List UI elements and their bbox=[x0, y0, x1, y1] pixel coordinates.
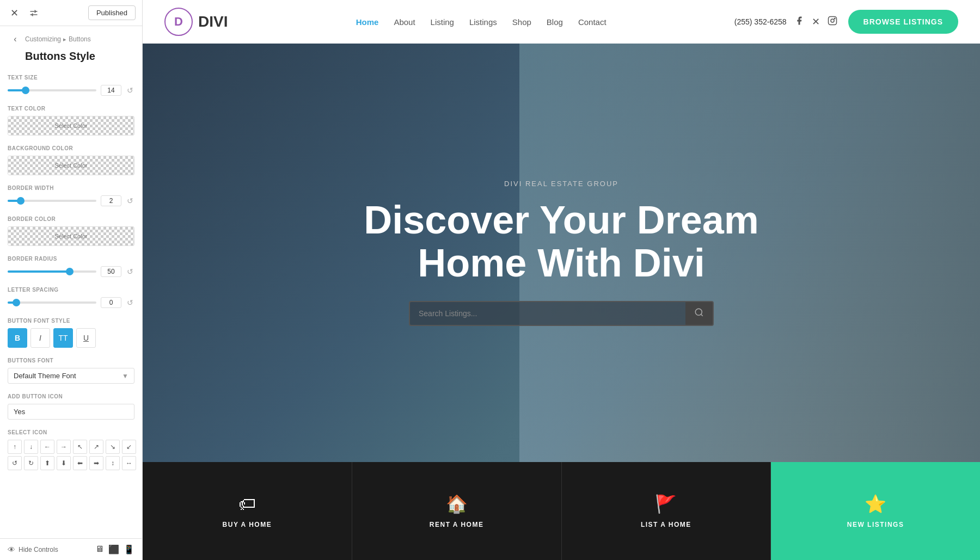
text-size-reset[interactable]: ↺ bbox=[126, 85, 134, 96]
icon-cell[interactable]: ↘ bbox=[106, 440, 120, 454]
bg-color-placeholder: Select Color bbox=[55, 162, 88, 169]
letter-spacing-input[interactable]: 0 bbox=[101, 297, 121, 308]
svg-point-3 bbox=[695, 309, 702, 315]
font-style-label: BUTTON FONT STYLE bbox=[8, 318, 134, 324]
published-button[interactable]: Published bbox=[88, 5, 136, 20]
border-width-group: BORDER WIDTH 2 ↺ bbox=[8, 185, 134, 206]
hero-search-input[interactable] bbox=[410, 302, 685, 325]
add-button-icon-input[interactable] bbox=[8, 404, 134, 420]
left-panel: ✕ Published ‹ Customizing ▸ Buttons Butt… bbox=[0, 0, 143, 560]
border-color-swatch[interactable]: Select Color bbox=[8, 227, 134, 245]
select-icon-group: SELECT ICON ↑ ↓ ← → ↖ ↗ ↘ ↙ ↺ ↻ ⬆ ⬇ ⬅ ➡ … bbox=[8, 429, 134, 470]
swap-button[interactable] bbox=[26, 5, 41, 21]
border-radius-slider[interactable] bbox=[8, 270, 96, 273]
top-bar: ✕ Published bbox=[0, 0, 142, 26]
border-radius-group: BORDER RADIUS 50 ↺ bbox=[8, 256, 134, 277]
border-width-label: BORDER WIDTH bbox=[8, 185, 134, 191]
rent-home-card[interactable]: 🏠 RENT A HOME bbox=[352, 462, 562, 560]
icon-cell[interactable]: ↑ bbox=[8, 440, 22, 454]
list-home-card[interactable]: 🚩 LIST A HOME bbox=[562, 462, 771, 560]
buy-home-card[interactable]: 🏷 BUY A HOME bbox=[143, 462, 352, 560]
border-width-slider[interactable] bbox=[8, 200, 96, 202]
buy-home-icon: 🏷 bbox=[238, 494, 256, 514]
nav-listing[interactable]: Listing bbox=[431, 17, 454, 27]
underline-button[interactable]: U bbox=[76, 328, 96, 348]
nav-about[interactable]: About bbox=[394, 17, 415, 27]
letter-spacing-slider[interactable] bbox=[8, 301, 96, 304]
letter-spacing-row: 0 ↺ bbox=[8, 297, 134, 308]
hero-title: Discover Your Dream Home With Divi bbox=[316, 199, 806, 285]
tablet-icon[interactable]: ⬛ bbox=[108, 544, 119, 555]
rent-home-label: RENT A HOME bbox=[430, 521, 484, 528]
hide-controls-label: Hide Controls bbox=[19, 546, 58, 553]
hero-search bbox=[409, 301, 714, 326]
browse-listings-button[interactable]: BROWSE LISTINGS bbox=[848, 10, 958, 34]
border-width-reset[interactable]: ↺ bbox=[126, 195, 134, 206]
icon-cell[interactable]: ⬇ bbox=[57, 456, 71, 470]
twitter-icon[interactable]: ✕ bbox=[812, 16, 820, 28]
breadcrumb-parent[interactable]: Customizing bbox=[25, 35, 61, 43]
icon-cell[interactable]: ⬆ bbox=[40, 456, 54, 470]
letter-spacing-reset[interactable]: ↺ bbox=[126, 297, 134, 308]
icon-cell[interactable]: ↓ bbox=[24, 440, 38, 454]
text-color-picker[interactable]: Select Color bbox=[8, 116, 134, 136]
icon-cell[interactable]: ↖ bbox=[73, 440, 87, 454]
rent-home-icon: 🏠 bbox=[446, 494, 468, 514]
icon-cell[interactable]: ↔ bbox=[122, 456, 136, 470]
icon-cell[interactable]: ↺ bbox=[8, 456, 22, 470]
hide-controls-button[interactable]: 👁 Hide Controls bbox=[8, 545, 58, 554]
nav-blog[interactable]: Blog bbox=[547, 17, 563, 27]
dropdown-arrow-icon: ▼ bbox=[122, 372, 128, 380]
border-radius-reset[interactable]: ↺ bbox=[126, 266, 134, 277]
hero-section: DIVI REAL ESTATE GROUP Discover Your Dre… bbox=[143, 44, 980, 462]
list-home-label: LIST A HOME bbox=[641, 521, 691, 528]
bg-color-swatch[interactable]: Select Color bbox=[8, 156, 134, 175]
new-listings-card[interactable]: ⭐ NEW LISTINGS bbox=[771, 462, 980, 560]
text-color-group: TEXT COLOR Select Color bbox=[8, 106, 134, 136]
buttons-font-dropdown[interactable]: Default Theme Font ▼ bbox=[8, 368, 134, 384]
facebook-icon[interactable] bbox=[794, 16, 804, 28]
border-color-picker[interactable]: Select Color bbox=[8, 226, 134, 246]
new-listings-icon: ⭐ bbox=[865, 494, 886, 514]
breadcrumb-child[interactable]: Buttons bbox=[69, 35, 91, 43]
hero-content: DIVI REAL ESTATE GROUP Discover Your Dre… bbox=[143, 44, 980, 462]
mobile-icon[interactable]: 📱 bbox=[124, 544, 134, 555]
italic-button[interactable]: I bbox=[30, 328, 50, 348]
font-style-row: B I TT U bbox=[8, 328, 134, 348]
back-button[interactable]: ‹ bbox=[8, 32, 23, 47]
icon-cell[interactable]: ↗ bbox=[89, 440, 103, 454]
text-color-swatch[interactable]: Select Color bbox=[8, 116, 134, 135]
border-radius-input[interactable]: 50 bbox=[101, 266, 121, 277]
icon-cell[interactable]: ↕ bbox=[106, 456, 120, 470]
phone-number: (255) 352-6258 bbox=[734, 17, 787, 26]
nav-home[interactable]: Home bbox=[356, 17, 379, 27]
instagram-icon[interactable] bbox=[828, 16, 837, 28]
icon-cell[interactable]: → bbox=[57, 440, 71, 454]
bottom-cards: 🏷 BUY A HOME 🏠 RENT A HOME 🚩 LIST A HOME… bbox=[143, 462, 980, 560]
icon-cell[interactable]: ➡ bbox=[89, 456, 103, 470]
social-icons: ✕ bbox=[794, 16, 837, 28]
bold-button[interactable]: B bbox=[8, 328, 27, 348]
nav-shop[interactable]: Shop bbox=[512, 17, 531, 27]
nav-contact[interactable]: Contact bbox=[578, 17, 607, 27]
icon-cell[interactable]: ↻ bbox=[24, 456, 38, 470]
text-size-input[interactable]: 14 bbox=[101, 85, 121, 96]
font-style-group: BUTTON FONT STYLE B I TT U bbox=[8, 318, 134, 348]
text-size-slider[interactable] bbox=[8, 89, 96, 91]
svg-rect-0 bbox=[828, 16, 836, 24]
desktop-icon[interactable]: 🖥 bbox=[95, 544, 104, 555]
icon-cell[interactable]: ← bbox=[40, 440, 54, 454]
border-color-placeholder: Select Color bbox=[55, 233, 88, 239]
border-color-label: BORDER COLOR bbox=[8, 216, 134, 222]
close-button[interactable]: ✕ bbox=[7, 5, 22, 21]
device-icons: 🖥 ⬛ 📱 bbox=[95, 544, 134, 555]
border-width-input[interactable]: 2 bbox=[101, 195, 121, 206]
hero-search-button[interactable] bbox=[685, 302, 713, 325]
nav-listings[interactable]: Listings bbox=[469, 17, 497, 27]
border-color-group: BORDER COLOR Select Color bbox=[8, 216, 134, 246]
icon-cell[interactable]: ⬅ bbox=[73, 456, 87, 470]
bg-color-picker[interactable]: Select Color bbox=[8, 156, 134, 175]
caps-button[interactable]: TT bbox=[53, 328, 73, 348]
icon-cell[interactable]: ↙ bbox=[122, 440, 136, 454]
border-radius-row: 50 ↺ bbox=[8, 266, 134, 277]
